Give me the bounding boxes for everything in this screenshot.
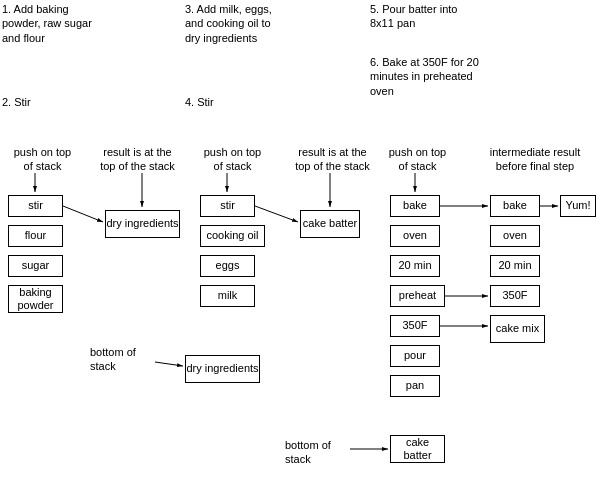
pour-box: pour (390, 345, 440, 367)
baking-powder-box: baking powder (8, 285, 63, 313)
min20-1-box: 20 min (390, 255, 440, 277)
push-on-top-2-label: push on top of stack (200, 145, 265, 174)
instruction-1: 1. Add baking powder, raw sugar and flou… (2, 2, 92, 45)
result-at-top-2-label: result is at the top of the stack (295, 145, 370, 174)
svg-line-7 (255, 206, 298, 222)
instruction-6: 6. Bake at 350F for 20 minutes in prehea… (370, 55, 480, 98)
stir2-box: stir (200, 195, 255, 217)
bake2-box: bake (490, 195, 540, 217)
instruction-2: 2. Stir (2, 95, 92, 109)
svg-line-6 (63, 206, 103, 222)
min20-2-box: 20 min (490, 255, 540, 277)
svg-line-12 (155, 362, 183, 366)
cake-batter1-box: cake batter (300, 210, 360, 238)
dry-ingredients2-box: dry ingredients (185, 355, 260, 383)
instruction-5: 5. Pour batter into 8x11 pan (370, 2, 480, 31)
oven2-box: oven (490, 225, 540, 247)
f350-1-box: 350F (390, 315, 440, 337)
instruction-4: 4. Stir (185, 95, 275, 109)
bake1-box: bake (390, 195, 440, 217)
bottom-of-stack-1-label: bottom of stack (90, 345, 155, 374)
cooking-oil-box: cooking oil (200, 225, 265, 247)
diagram: 1. Add baking powder, raw sugar and flou… (0, 0, 601, 503)
f350-2-box: 350F (490, 285, 540, 307)
instruction-3: 3. Add milk, eggs, and cooking oil to dr… (185, 2, 285, 45)
yum-box: Yum! (560, 195, 596, 217)
sugar-box: sugar (8, 255, 63, 277)
pan-box: pan (390, 375, 440, 397)
flour-box: flour (8, 225, 63, 247)
result-at-top-1-label: result is at the top of the stack (100, 145, 175, 174)
milk-box: milk (200, 285, 255, 307)
preheat-box: preheat (390, 285, 445, 307)
push-on-top-3-label: push on top of stack (385, 145, 450, 174)
dry-ingredients1-box: dry ingredients (105, 210, 180, 238)
stir1-box: stir (8, 195, 63, 217)
cake-mix-box: cake mix (490, 315, 545, 343)
arrows-svg (0, 0, 601, 503)
bottom-of-stack-2-label: bottom of stack (285, 438, 350, 467)
intermediate-label: intermediate result before final step (480, 145, 590, 174)
cake-batter2-box: cake batter (390, 435, 445, 463)
eggs-box: eggs (200, 255, 255, 277)
oven1-box: oven (390, 225, 440, 247)
push-on-top-1-label: push on top of stack (10, 145, 75, 174)
